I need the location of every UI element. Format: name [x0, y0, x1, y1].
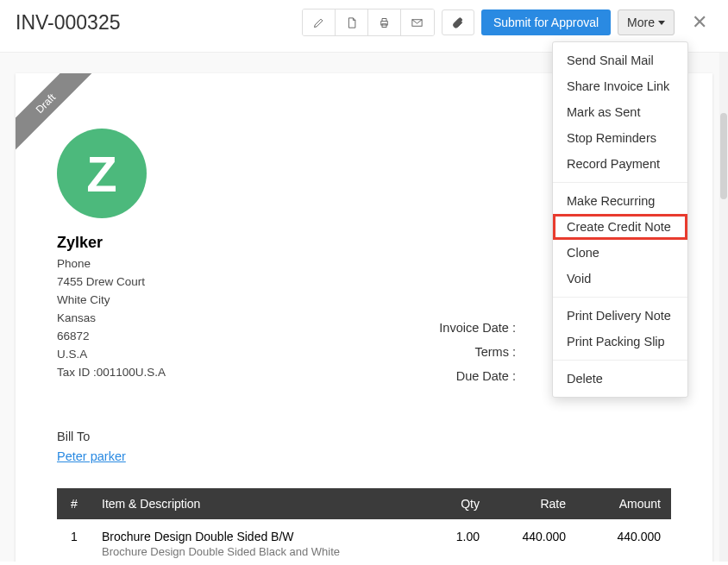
dropdown-item-create-credit-note[interactable]: Create Credit Note: [553, 214, 687, 240]
cell-num: 1: [57, 519, 91, 562]
logo-letter: Z: [86, 145, 116, 203]
bill-to-section: Bill To Peter parker: [57, 430, 671, 464]
email-button[interactable]: [401, 9, 434, 35]
toolbar-icon-group: [302, 9, 435, 36]
col-header-number: #: [57, 488, 91, 519]
col-header-qty: Qty: [421, 488, 490, 519]
paperclip-icon: [451, 16, 464, 29]
submit-for-approval-button[interactable]: Submit for Approval: [481, 9, 611, 35]
printer-icon: [378, 16, 391, 29]
table-row: 1Brochure Design Double Sided B/WBrochur…: [57, 519, 671, 562]
cell-rate: 440.000: [490, 519, 576, 562]
more-label: More: [627, 16, 655, 29]
dropdown-item-make-recurring[interactable]: Make Recurring: [553, 188, 687, 214]
cell-qty: 1.00: [421, 519, 490, 562]
pdf-icon: [345, 16, 358, 29]
svg-rect-1: [382, 23, 386, 27]
col-header-rate: Rate: [490, 488, 576, 519]
pencil-icon: [312, 16, 325, 29]
status-ribbon-label: Draft: [16, 73, 93, 151]
dropdown-item-record-payment[interactable]: Record Payment: [553, 151, 687, 177]
bill-to-label: Bill To: [57, 430, 671, 443]
dropdown-item-share-invoice-link[interactable]: Share Invoice Link: [553, 73, 687, 99]
scrollbar-track[interactable]: [719, 53, 728, 562]
edit-button[interactable]: [303, 9, 336, 35]
cell-amount: 440.000: [576, 519, 671, 562]
col-header-amount: Amount: [576, 488, 671, 519]
dropdown-item-stop-reminders[interactable]: Stop Reminders: [553, 125, 687, 151]
attach-button[interactable]: [442, 9, 474, 35]
dropdown-item-mark-as-sent[interactable]: Mark as Sent: [553, 99, 687, 125]
dropdown-item-print-delivery-note[interactable]: Print Delivery Note: [553, 303, 687, 329]
meta-label: Invoice Date :: [361, 321, 516, 335]
print-button[interactable]: [368, 9, 401, 35]
invoice-number-title: INV-000325: [16, 11, 302, 35]
dropdown-item-send-snail-mail[interactable]: Send Snail Mail: [553, 47, 687, 73]
dropdown-separator: [553, 360, 687, 361]
dropdown-item-void[interactable]: Void: [553, 266, 687, 292]
meta-label: Due Date :: [361, 369, 516, 383]
close-button[interactable]: ✕: [687, 11, 712, 34]
more-dropdown-button[interactable]: More: [618, 9, 675, 35]
dropdown-separator: [553, 297, 687, 298]
meta-label: Terms :: [361, 345, 516, 359]
pdf-button[interactable]: [336, 9, 368, 35]
col-header-desc: Item & Description: [91, 488, 421, 519]
scrollbar-thumb[interactable]: [720, 113, 727, 199]
more-dropdown-menu: Send Snail MailShare Invoice LinkMark as…: [552, 41, 688, 398]
line-items-table: # Item & Description Qty Rate Amount 1Br…: [57, 488, 671, 562]
dropdown-item-print-packing-slip[interactable]: Print Packing Slip: [553, 329, 687, 355]
dropdown-item-clone[interactable]: Clone: [553, 240, 687, 266]
dropdown-separator: [553, 182, 687, 183]
bill-to-customer-link[interactable]: Peter parker: [57, 449, 126, 463]
toolbar: Submit for Approval More ✕: [302, 9, 712, 36]
mail-icon: [411, 16, 424, 29]
dropdown-item-delete[interactable]: Delete: [553, 366, 687, 392]
caret-down-icon: [658, 21, 665, 25]
cell-desc: Brochure Design Double Sided B/WBrochure…: [91, 519, 421, 562]
status-ribbon: Draft: [16, 73, 93, 151]
